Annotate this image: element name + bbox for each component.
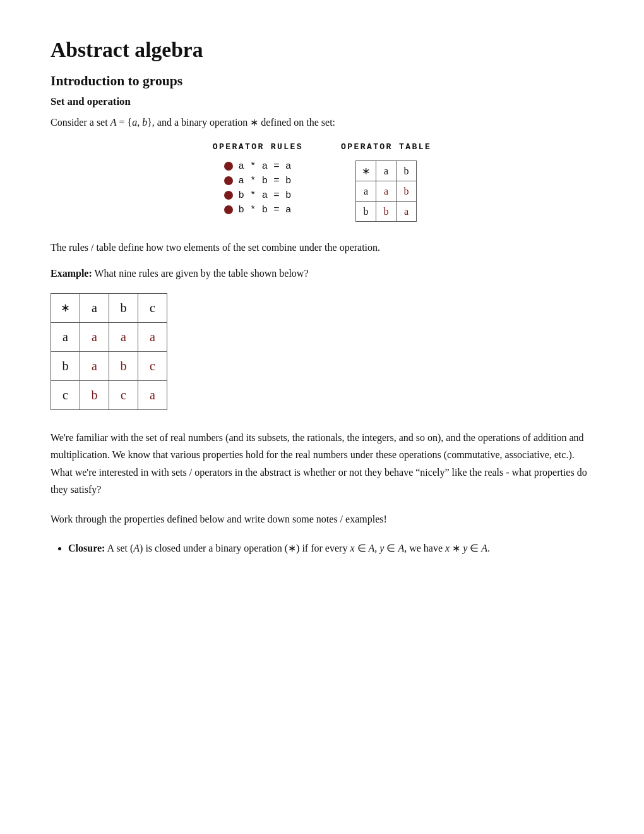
list-item: b * a = b — [224, 190, 291, 201]
table-cell: ∗ — [51, 294, 80, 323]
table-row: c b c a — [51, 381, 167, 410]
subtitle: Introduction to groups — [51, 73, 593, 89]
rule-text: a * b = b — [238, 175, 291, 186]
properties-list: Closure: A set (A) is closed under a bin… — [51, 540, 593, 557]
list-item: a * b = b — [224, 175, 291, 186]
intro-paragraph: Consider a set A = {a, b}, and a binary … — [51, 114, 593, 131]
table-cell: a — [80, 294, 109, 323]
table-cell: c — [138, 352, 167, 381]
table-row: b b a — [356, 202, 417, 222]
small-operator-table: ∗ a b a a b b b a — [355, 160, 417, 222]
bullet-icon — [224, 176, 233, 185]
table-cell: a — [376, 181, 397, 202]
rule-text: b * b = a — [238, 204, 291, 215]
rules-list: a * a = a a * b = b b * a = b b * b = a — [224, 160, 291, 219]
operator-table-section: Operator Table ∗ a b a a b b b a — [341, 142, 431, 222]
bullet-icon — [224, 162, 233, 171]
table-cell: b — [397, 181, 417, 202]
example-question: What nine rules are given by the table s… — [92, 268, 309, 279]
table-cell: a — [80, 352, 109, 381]
table-row: a a b — [356, 181, 417, 202]
table-cell: b — [109, 352, 138, 381]
bullet-icon — [224, 191, 233, 200]
list-item: a * a = a — [224, 160, 291, 172]
rule-text: b * a = b — [238, 190, 291, 201]
operator-rules-section: Operator Rules a * a = a a * b = b b * a… — [213, 142, 303, 219]
table-cell: a — [51, 323, 80, 352]
table-cell: a — [356, 181, 376, 202]
table-cell: b — [397, 161, 417, 181]
table-cell: b — [51, 352, 80, 381]
property-term: Closure: — [68, 543, 105, 553]
work-through-paragraph: Work through the properties defined belo… — [51, 511, 593, 528]
table-cell: c — [51, 381, 80, 410]
table-cell: c — [109, 381, 138, 410]
big-operator-table: ∗ a b c a a a a b a b c c b c a — [51, 293, 167, 410]
table-cell: a — [138, 381, 167, 410]
table-cell: b — [80, 381, 109, 410]
list-item: Closure: A set (A) is closed under a bin… — [68, 540, 593, 557]
table-cell: a — [138, 323, 167, 352]
table-row: a a a a — [51, 323, 167, 352]
operators-container: Operator Rules a * a = a a * b = b b * a… — [51, 142, 593, 222]
table-cell: a — [109, 323, 138, 352]
table-cell: a — [376, 161, 397, 181]
list-item: b * b = a — [224, 204, 291, 215]
table-cell: b — [376, 202, 397, 222]
table-cell: a — [80, 323, 109, 352]
subheading: Set and operation — [51, 95, 593, 108]
table-cell: a — [397, 202, 417, 222]
real-numbers-paragraph: We're familiar with the set of real numb… — [51, 429, 593, 498]
table-row: b a b c — [51, 352, 167, 381]
rules-table-desc: The rules / table define how two element… — [51, 239, 593, 256]
table-row: ∗ a b — [356, 161, 417, 181]
example-paragraph: Example: What nine rules are given by th… — [51, 265, 593, 282]
table-cell: b — [109, 294, 138, 323]
property-definition: A set (A) is closed under a binary opera… — [107, 543, 491, 553]
page-title: Abstract algebra — [51, 38, 593, 62]
operator-rules-heading: Operator Rules — [213, 142, 303, 152]
rule-text: a * a = a — [238, 160, 291, 172]
bullet-icon — [224, 205, 233, 214]
operator-table-heading: Operator Table — [341, 142, 431, 152]
example-table-wrap: ∗ a b c a a a a b a b c c b c a — [51, 293, 593, 410]
table-row: ∗ a b c — [51, 294, 167, 323]
table-cell: b — [356, 202, 376, 222]
table-cell: c — [138, 294, 167, 323]
table-cell: ∗ — [356, 161, 376, 181]
example-label: Example: — [51, 268, 92, 279]
